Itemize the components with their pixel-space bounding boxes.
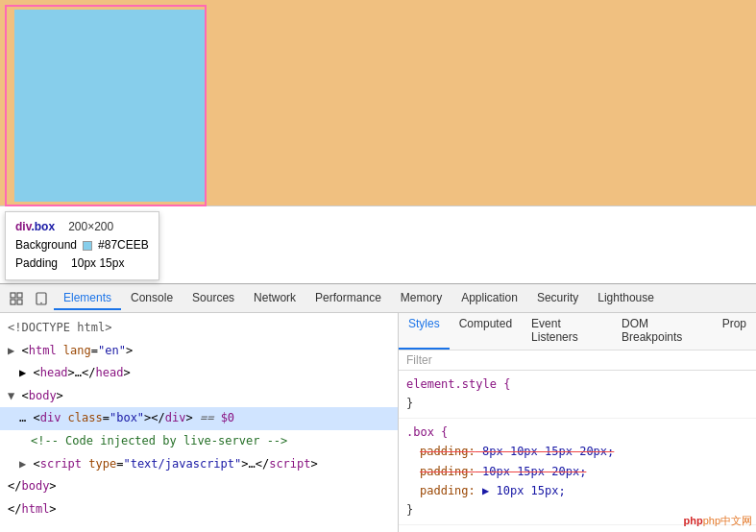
preview-area <box>0 0 756 206</box>
tooltip-bg-swatch <box>83 241 92 251</box>
filter-placeholder: Filter <box>406 353 432 367</box>
tooltip-tag: div <box>15 220 31 233</box>
element-tooltip: div.box 200×200 Background #87CEEB Paddi… <box>5 211 159 280</box>
tab-sources[interactable]: Sources <box>183 287 244 310</box>
el-body-tag: <body> <box>21 389 62 402</box>
styles-filter: Filter <box>399 351 756 371</box>
subtab-dom-breakpoints[interactable]: DOM Breakpoints <box>612 313 713 350</box>
svg-rect-3 <box>17 300 22 304</box>
el-body: ▼ <body> <box>0 385 398 408</box>
watermark: phpphp中文网 <box>683 514 752 528</box>
el-comment: <!-- Code injected by live-server --> <box>0 430 398 453</box>
style-block-element: element.style { } <box>399 371 756 419</box>
style-prop-padding2: padding: 10px 15px 20px; <box>406 462 748 481</box>
style-padding3-val: ▶ 10px 15px; <box>482 484 566 497</box>
style-padding3-prop: padding: <box>420 484 476 497</box>
tooltip-size: 200×200 <box>68 218 113 236</box>
style-padding1-strikethrough: padding: 8px 10px 15px 20px; <box>420 445 614 458</box>
el-body-close-tag: </body> <box>8 479 57 493</box>
svg-rect-0 <box>11 293 15 298</box>
tab-elements[interactable]: Elements <box>54 287 121 310</box>
el-html-close-tag: </html> <box>8 502 57 516</box>
style-selector-box1: .box { <box>406 423 748 442</box>
el-div-dollar: $0 <box>221 411 234 424</box>
el-script: ▶ <script type="text/javascript">…</scri… <box>0 453 398 476</box>
el-doctype-text: <!DOCTYPE html> <box>8 321 111 334</box>
style-close-element: } <box>406 394 748 413</box>
tab-application[interactable]: Application <box>451 287 527 310</box>
style-block-box: .box { padding: 8px 10px 15px 20px; padd… <box>399 419 756 525</box>
el-html-arrow[interactable]: ▶ <box>8 344 14 357</box>
tab-security[interactable]: Security <box>527 287 588 310</box>
tab-lighthouse[interactable]: Lighthouse <box>588 287 664 310</box>
subtab-computed[interactable]: Computed <box>450 313 522 350</box>
tooltip-bg-hex: #87CEEB <box>98 236 149 254</box>
styles-panel: Styles Computed Event Listeners DOM Brea… <box>399 313 756 532</box>
box-element <box>14 10 207 202</box>
tooltip-padding-label: Padding <box>15 254 58 273</box>
el-script-arrow[interactable]: ▶ <box>19 457 26 471</box>
style-padding2-strikethrough: padding: 10px 15px 20px; <box>420 465 586 478</box>
device-icon[interactable] <box>29 286 54 311</box>
el-div-tag: <div class="box"></div> <box>33 411 192 424</box>
styles-subtabs: Styles Computed Event Listeners DOM Brea… <box>399 313 756 351</box>
tab-network[interactable]: Network <box>244 287 305 310</box>
style-prop-padding1: padding: 8px 10px 15px 20px; <box>406 442 748 461</box>
el-html-tag: <html lang="en"> <box>21 344 133 357</box>
style-selector-element: element.style { <box>406 375 748 394</box>
subtab-event-listeners[interactable]: Event Listeners <box>522 313 612 350</box>
svg-point-5 <box>40 302 42 303</box>
el-div-equals: == <box>200 411 221 424</box>
tooltip-bg-label: Background <box>15 236 77 254</box>
tooltip-padding-val: 10px 15px <box>71 254 124 273</box>
devtools-tab-bar: Elements Console Sources Network Perform… <box>0 284 756 313</box>
el-body-arrow[interactable]: ▼ <box>8 389 14 402</box>
watermark-php: php <box>683 515 702 526</box>
subtab-prop[interactable]: Prop <box>713 313 756 350</box>
devtools-panel: Elements Console Sources Network Perform… <box>0 283 756 532</box>
tooltip-class: .box <box>31 220 55 233</box>
tooltip-title: div.box <box>15 218 55 236</box>
subtab-styles[interactable]: Styles <box>399 313 450 350</box>
el-html: ▶ <html lang="en"> <box>0 340 398 363</box>
el-div-dots: … <box>19 411 33 424</box>
el-head-content: ▶ <head>…</head> <box>19 366 131 379</box>
svg-rect-2 <box>11 300 15 304</box>
el-body-close: </body> <box>0 475 398 498</box>
el-html-close: </html> <box>0 498 398 521</box>
style-prop-padding3: padding: ▶ 10px 15px; <box>406 481 748 500</box>
watermark-text: php中文网 <box>703 515 752 526</box>
el-comment-text: <!-- Code injected by live-server --> <box>31 434 287 447</box>
el-head: ▶ <head>…</head> <box>0 362 398 385</box>
el-div-box[interactable]: … <div class="box"></div> == $0 <box>0 407 398 430</box>
tab-memory[interactable]: Memory <box>391 287 451 310</box>
tab-performance[interactable]: Performance <box>305 287 391 310</box>
tab-console[interactable]: Console <box>121 287 183 310</box>
el-doctype: <!DOCTYPE html> <box>0 317 398 340</box>
el-script-tag: <script type="text/javascript">…</script… <box>33 457 317 471</box>
devtools-content: <!DOCTYPE html> ▶ <html lang="en"> ▶ <he… <box>0 313 756 532</box>
svg-rect-1 <box>17 293 22 298</box>
elements-panel: <!DOCTYPE html> ▶ <html lang="en"> ▶ <he… <box>0 313 399 532</box>
inspect-icon[interactable] <box>4 286 29 311</box>
